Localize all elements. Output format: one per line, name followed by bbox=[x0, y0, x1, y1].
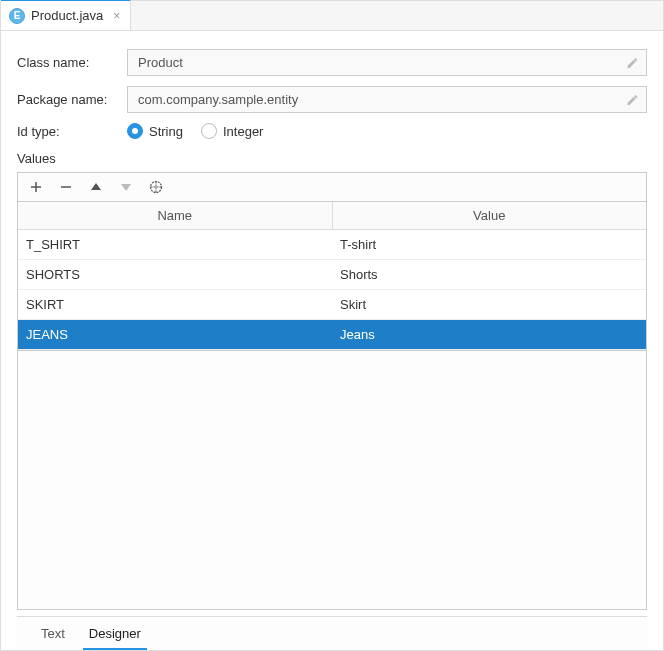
cell-name: SHORTS bbox=[18, 260, 332, 289]
globe-icon[interactable] bbox=[148, 179, 164, 195]
column-header-name[interactable]: Name bbox=[18, 202, 333, 229]
id-type-radio-group: String Integer bbox=[127, 123, 263, 139]
table-body: T_SHIRT T-shirt SHORTS Shorts SKIRT Skir… bbox=[18, 230, 646, 350]
move-down-icon[interactable] bbox=[118, 179, 134, 195]
close-icon[interactable]: × bbox=[113, 9, 120, 23]
radio-label: String bbox=[149, 124, 183, 139]
tab-product-java[interactable]: E Product.java × bbox=[1, 0, 131, 30]
designer-panel: Class name: Product Package name: com.co… bbox=[1, 31, 663, 650]
tab-designer[interactable]: Designer bbox=[83, 618, 147, 650]
values-table: Name Value T_SHIRT T-shirt SHORTS Shorts… bbox=[17, 201, 647, 351]
edit-icon[interactable] bbox=[626, 56, 639, 69]
table-row[interactable]: SKIRT Skirt bbox=[18, 290, 646, 320]
column-header-value[interactable]: Value bbox=[333, 202, 647, 229]
cell-value: Skirt bbox=[332, 290, 646, 319]
cell-name: T_SHIRT bbox=[18, 230, 332, 259]
cell-value: Jeans bbox=[332, 320, 646, 349]
id-type-integer-radio[interactable]: Integer bbox=[201, 123, 263, 139]
table-empty-area bbox=[17, 351, 647, 610]
id-type-label: Id type: bbox=[17, 124, 127, 139]
cell-value: T-shirt bbox=[332, 230, 646, 259]
editor-tabs: E Product.java × bbox=[1, 1, 663, 31]
table-header: Name Value bbox=[18, 202, 646, 230]
add-icon[interactable] bbox=[28, 179, 44, 195]
radio-dot-icon bbox=[127, 123, 143, 139]
radio-label: Integer bbox=[223, 124, 263, 139]
table-row[interactable]: T_SHIRT T-shirt bbox=[18, 230, 646, 260]
values-label: Values bbox=[17, 151, 647, 166]
tab-text[interactable]: Text bbox=[35, 618, 71, 650]
editor-window: E Product.java × Class name: Product Pac… bbox=[0, 0, 664, 651]
cell-value: Shorts bbox=[332, 260, 646, 289]
package-name-label: Package name: bbox=[17, 92, 127, 107]
table-row[interactable]: JEANS Jeans bbox=[18, 320, 646, 350]
package-name-input[interactable]: com.company.sample.entity bbox=[127, 86, 647, 113]
cell-name: SKIRT bbox=[18, 290, 332, 319]
bottom-tabs: Text Designer bbox=[17, 616, 647, 650]
edit-icon[interactable] bbox=[626, 93, 639, 106]
enum-file-icon: E bbox=[9, 8, 25, 24]
class-name-input[interactable]: Product bbox=[127, 49, 647, 76]
id-type-string-radio[interactable]: String bbox=[127, 123, 183, 139]
move-up-icon[interactable] bbox=[88, 179, 104, 195]
tab-title: Product.java bbox=[31, 8, 103, 23]
table-row[interactable]: SHORTS Shorts bbox=[18, 260, 646, 290]
radio-dot-icon bbox=[201, 123, 217, 139]
class-name-label: Class name: bbox=[17, 55, 127, 70]
cell-name: JEANS bbox=[18, 320, 332, 349]
remove-icon[interactable] bbox=[58, 179, 74, 195]
values-toolbar bbox=[17, 172, 647, 201]
